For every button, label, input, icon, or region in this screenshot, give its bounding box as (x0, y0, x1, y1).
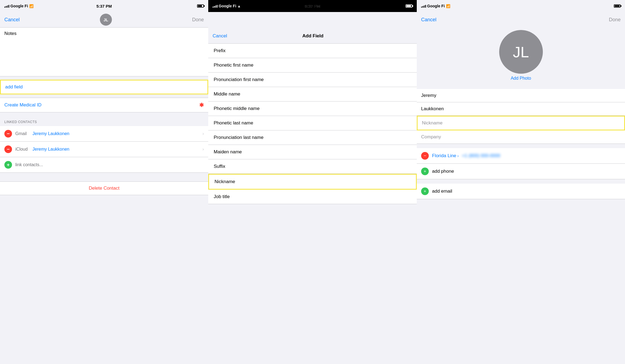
battery-icon-2 (406, 4, 412, 8)
add-phone-icon: + (421, 168, 429, 175)
modal-title: Add Field (302, 33, 323, 39)
chevron-icon-gmail: › (203, 131, 204, 136)
panel-3: Google Fi 📶 5:37 PM Cancel Done JL Add P… (417, 0, 625, 364)
carrier-name-1: Google Fi (10, 4, 28, 8)
last-name-field[interactable]: Laukkonen (417, 102, 625, 116)
done-button-3[interactable]: Done (609, 17, 621, 23)
carrier-name-3: Google Fi (427, 4, 445, 8)
signal-icon-2 (213, 4, 218, 8)
battery-icon-3 (614, 4, 621, 8)
panel-1: Google Fi 📶 5:37 PM Cancel JL Done Notes… (0, 0, 208, 364)
contact-row-gmail[interactable]: − Gmail Jeremy Laukkonen › (0, 126, 208, 142)
add-icon-link: + (4, 161, 12, 169)
wifi-icon-1: 📶 (29, 4, 34, 8)
time-3: 5:37 PM (305, 4, 320, 8)
field-prefix[interactable]: Prefix (208, 44, 417, 58)
modal-sheet: Cancel Add Field Prefix Phonetic first n… (208, 28, 417, 364)
field-nickname[interactable]: Nickname (208, 174, 417, 190)
panel-2: Google Fi ▲ 5:37 PM Cancel Add Field Pre… (208, 0, 417, 364)
notes-label: Notes (4, 31, 16, 36)
add-field-label: add field (5, 84, 23, 90)
carrier-name-2: Google Fi (219, 4, 236, 8)
phone-row-florida[interactable]: − Florida Line › +1 (800) 000-0000 (417, 148, 625, 164)
contact-name-gmail: Jeremy Laukkonen (32, 131, 203, 136)
carrier-1: Google Fi 📶 (4, 4, 34, 8)
field-phonetic-middle[interactable]: Phonetic middle name (208, 102, 417, 116)
create-medical-row[interactable]: Create Medical ID ✱ (0, 98, 208, 112)
done-button-1[interactable]: Done (192, 17, 204, 23)
first-name-field[interactable]: Jeremy (417, 89, 625, 102)
nav-bar-3: Cancel Done (417, 12, 625, 27)
status-bar-1: Google Fi 📶 5:37 PM (0, 0, 208, 12)
remove-icon-icloud[interactable]: − (4, 145, 12, 153)
nickname-field[interactable]: Nickname (417, 116, 625, 130)
contact-form: Jeremy Laukkonen Nickname Company − Flor… (417, 89, 625, 364)
add-photo-link[interactable]: Add Photo (417, 76, 625, 81)
field-job-title[interactable]: Job title (208, 190, 417, 204)
avatar-large-3: JL (499, 30, 543, 74)
add-email-label: add email (432, 189, 452, 194)
battery-icon-1 (197, 4, 204, 8)
field-pronunciation-first[interactable]: Pronunciation first name (208, 73, 417, 87)
field-phonetic-last[interactable]: Phonetic last name (208, 116, 417, 130)
delete-contact-label: Delete Contact (89, 186, 119, 191)
remove-phone-icon[interactable]: − (421, 152, 429, 160)
phone-number: +1 (800) 000-0000 (462, 153, 500, 159)
add-phone-label: add phone (432, 169, 454, 174)
contact-source-icloud: iCloud (15, 147, 30, 152)
delete-contact-row[interactable]: Delete Contact (0, 181, 208, 195)
avatar-small-1: JL (100, 14, 112, 26)
carrier-3: Google Fi 📶 (421, 4, 450, 8)
field-list: Prefix Phonetic first name Pronunciation… (208, 44, 417, 364)
remove-icon-gmail[interactable]: − (4, 130, 12, 138)
add-email-row[interactable]: + add email (417, 184, 625, 199)
field-suffix[interactable]: Suffix (208, 159, 417, 174)
panel1-content: Notes add field Create Medical ID ✱ LINK… (0, 27, 208, 364)
asterisk-icon: ✱ (199, 102, 204, 108)
modal-nav: Cancel Add Field (208, 28, 417, 44)
company-field[interactable]: Company (417, 130, 625, 144)
field-maiden-name[interactable]: Maiden name (208, 145, 417, 159)
right-icons-2 (406, 4, 412, 8)
signal-icon-1 (4, 4, 9, 8)
contact-source-gmail: Gmail (15, 131, 30, 136)
add-email-icon: + (421, 187, 429, 195)
status-bar-3: Google Fi 📶 5:37 PM (417, 0, 625, 12)
signal-icon-3 (421, 4, 426, 8)
cancel-button-1[interactable]: Cancel (4, 17, 20, 23)
notes-area[interactable]: Notes (0, 27, 208, 76)
linked-contacts-section: LINKED CONTACTS − Gmail Jeremy Laukkonen… (0, 120, 208, 173)
chevron-icon-icloud: › (203, 147, 204, 152)
modal-cancel-button[interactable]: Cancel (213, 33, 227, 39)
phone-chevron-icon: › (457, 154, 459, 158)
field-middle-name[interactable]: Middle name (208, 87, 417, 102)
nav-bar-1: Cancel JL Done (0, 12, 208, 27)
add-field-row[interactable]: add field (0, 80, 208, 94)
link-contacts-label: link contacts... (15, 162, 43, 167)
link-contacts-row[interactable]: + link contacts... (0, 157, 208, 173)
time-1: 5:37 PM (96, 4, 112, 8)
contact-row-icloud[interactable]: − iCloud Jeremy Laukkonen › (0, 142, 208, 157)
cancel-button-3[interactable]: Cancel (421, 17, 436, 23)
right-icons-1 (197, 4, 204, 8)
contact-name-icloud: Jeremy Laukkonen (32, 147, 203, 152)
linked-contacts-label: LINKED CONTACTS (0, 120, 208, 126)
wifi-icon-3: 📶 (446, 4, 450, 8)
phone-label: Florida Line (432, 153, 456, 159)
right-icons-3 (614, 4, 621, 8)
create-medical-label: Create Medical ID (4, 102, 41, 108)
wifi-icon-2: ▲ (237, 4, 241, 8)
carrier-2: Google Fi ▲ (213, 4, 241, 8)
field-pronunciation-last[interactable]: Pronunciation last name (208, 130, 417, 145)
field-phonetic-first[interactable]: Phonetic first name (208, 58, 417, 73)
add-phone-row[interactable]: + add phone (417, 164, 625, 179)
